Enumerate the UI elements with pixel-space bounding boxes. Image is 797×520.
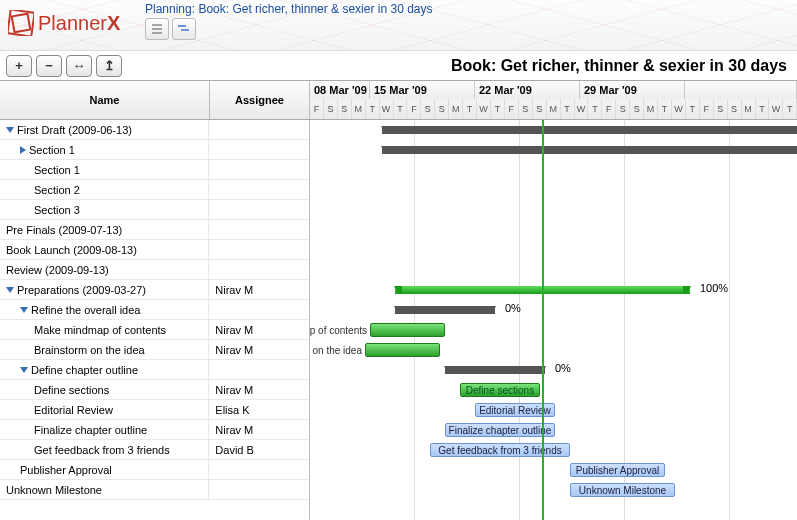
bar-unknown[interactable]: Unknown Milestone bbox=[570, 483, 675, 497]
task-row[interactable]: Pre Finals (2009-07-13) bbox=[0, 220, 309, 240]
day-header: S bbox=[533, 99, 547, 119]
summary-section1[interactable] bbox=[382, 146, 797, 154]
bar-define-sections[interactable]: Define sections bbox=[460, 383, 540, 397]
task-row[interactable]: Define chapter outline bbox=[0, 360, 309, 380]
task-row[interactable]: Publisher Approval bbox=[0, 460, 309, 480]
task-row[interactable]: Section 2 bbox=[0, 180, 309, 200]
task-name: Define sections bbox=[34, 384, 109, 396]
collapse-icon[interactable] bbox=[6, 287, 14, 293]
task-assignee: Nirav M bbox=[209, 344, 309, 356]
day-header: T bbox=[686, 99, 700, 119]
day-header: W bbox=[672, 99, 686, 119]
task-row[interactable]: Editorial ReviewElisa K bbox=[0, 400, 309, 420]
col-name-header[interactable]: Name bbox=[0, 81, 210, 119]
collapse-icon[interactable] bbox=[6, 127, 14, 133]
gantt-view-icon[interactable] bbox=[172, 18, 196, 40]
task-row[interactable]: Section 1 bbox=[0, 140, 309, 160]
app-logo[interactable]: PlannerX bbox=[8, 10, 120, 36]
task-name: Refine the overall idea bbox=[31, 304, 140, 316]
task-name: Pre Finals (2009-07-13) bbox=[6, 224, 122, 236]
day-header: T bbox=[491, 99, 505, 119]
day-header: M bbox=[352, 99, 366, 119]
toolbar: + − ↔ ↥ Book: Get richer, thinner & sexi… bbox=[0, 50, 797, 80]
day-header: W bbox=[380, 99, 394, 119]
columns-header: Name Assignee 08 Mar '0915 Mar '0922 Mar… bbox=[0, 80, 797, 120]
task-name: Section 2 bbox=[34, 184, 80, 196]
day-header: T bbox=[658, 99, 672, 119]
bar-finalize[interactable]: Finalize chapter outline bbox=[445, 423, 555, 437]
task-row[interactable]: Get feedback from 3 friendsDavid B bbox=[0, 440, 309, 460]
day-header: S bbox=[714, 99, 728, 119]
week-header[interactable]: 29 Mar '09 bbox=[580, 81, 685, 99]
day-header: S bbox=[421, 99, 435, 119]
day-header: M bbox=[449, 99, 463, 119]
summary-outline[interactable] bbox=[445, 366, 545, 374]
week-header[interactable]: 15 Mar '09 bbox=[370, 81, 475, 99]
task-row[interactable]: Review (2009-09-13) bbox=[0, 260, 309, 280]
task-row[interactable]: Preparations (2009-03-27)Nirav M bbox=[0, 280, 309, 300]
day-header: F bbox=[700, 99, 714, 119]
header-view-icons bbox=[145, 18, 196, 40]
week-header[interactable]: 08 Mar '09 bbox=[310, 81, 370, 99]
task-row[interactable]: Section 3 bbox=[0, 200, 309, 220]
task-assignee: Nirav M bbox=[209, 324, 309, 336]
expand-icon[interactable] bbox=[20, 146, 26, 154]
task-name: Publisher Approval bbox=[20, 464, 112, 476]
gantt-area[interactable]: 0% 100% 0% Make mindmap of contents Brai… bbox=[310, 120, 797, 520]
day-header: W bbox=[769, 99, 783, 119]
day-header: S bbox=[324, 99, 338, 119]
zoom-fit-button[interactable]: ↔ bbox=[66, 55, 92, 77]
task-assignee: Elisa K bbox=[209, 404, 309, 416]
bar-brainstorm[interactable]: Brainstorm on the idea bbox=[365, 343, 440, 357]
task-assignee: Nirav M bbox=[209, 424, 309, 436]
task-row[interactable]: First Draft (2009-06-13) bbox=[0, 120, 309, 140]
day-header: W bbox=[477, 99, 491, 119]
day-header: M bbox=[742, 99, 756, 119]
task-row[interactable]: Make mindmap of contentsNirav M bbox=[0, 320, 309, 340]
task-name: Get feedback from 3 friends bbox=[34, 444, 170, 456]
planning-title: Planning: Book: Get richer, thinner & se… bbox=[145, 2, 433, 16]
day-header: F bbox=[602, 99, 616, 119]
task-row[interactable]: Unknown Milestone bbox=[0, 480, 309, 500]
app-header: PlannerX Planning: Book: Get richer, thi… bbox=[0, 0, 797, 50]
task-name: Brainstorm on the idea bbox=[34, 344, 145, 356]
task-name: Book Launch (2009-08-13) bbox=[6, 244, 137, 256]
collapse-icon[interactable] bbox=[20, 307, 28, 313]
day-header: S bbox=[338, 99, 352, 119]
task-tree[interactable]: First Draft (2009-06-13)Section 1Section… bbox=[0, 120, 310, 520]
task-row[interactable]: Book Launch (2009-08-13) bbox=[0, 240, 309, 260]
week-header[interactable]: 22 Mar '09 bbox=[475, 81, 580, 99]
task-name: Preparations (2009-03-27) bbox=[17, 284, 146, 296]
bar-publisher[interactable]: Publisher Approval bbox=[570, 463, 665, 477]
day-header: F bbox=[310, 99, 324, 119]
bar-feedback[interactable]: Get feedback from 3 friends bbox=[430, 443, 570, 457]
zoom-out-button[interactable]: − bbox=[36, 55, 62, 77]
task-name: Finalize chapter outline bbox=[34, 424, 147, 436]
task-row[interactable]: Define sectionsNirav M bbox=[0, 380, 309, 400]
timeline-header: 08 Mar '0915 Mar '0922 Mar '0929 Mar '09… bbox=[310, 81, 797, 119]
task-name: First Draft (2009-06-13) bbox=[17, 124, 132, 136]
summary-refine[interactable] bbox=[395, 306, 495, 314]
svg-rect-1 bbox=[12, 14, 31, 33]
task-name: Section 1 bbox=[29, 144, 75, 156]
task-assignee: David B bbox=[209, 444, 309, 456]
logo-text: PlannerX bbox=[38, 12, 120, 35]
list-view-icon[interactable] bbox=[145, 18, 169, 40]
bar-mindmap[interactable]: Make mindmap of contents bbox=[370, 323, 445, 337]
task-row[interactable]: Refine the overall idea bbox=[0, 300, 309, 320]
col-assignee-header[interactable]: Assignee bbox=[210, 81, 310, 119]
task-row[interactable]: Section 1 bbox=[0, 160, 309, 180]
collapse-button[interactable]: ↥ bbox=[96, 55, 122, 77]
zoom-in-button[interactable]: + bbox=[6, 55, 32, 77]
task-name: Unknown Milestone bbox=[6, 484, 102, 496]
task-row[interactable]: Finalize chapter outlineNirav M bbox=[0, 420, 309, 440]
day-header: S bbox=[616, 99, 630, 119]
collapse-icon[interactable] bbox=[20, 367, 28, 373]
task-row[interactable]: Brainstorm on the ideaNirav M bbox=[0, 340, 309, 360]
svg-rect-6 bbox=[181, 29, 189, 31]
svg-rect-5 bbox=[178, 25, 186, 27]
day-header: M bbox=[547, 99, 561, 119]
pct-label: 100% bbox=[700, 282, 728, 294]
day-header: T bbox=[394, 99, 408, 119]
summary-first-draft[interactable] bbox=[382, 126, 797, 134]
